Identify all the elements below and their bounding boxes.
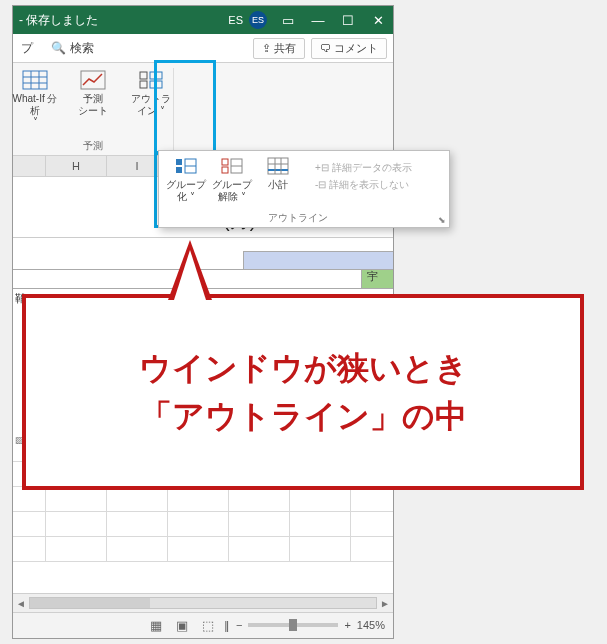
zoom-slider[interactable] (248, 623, 338, 627)
zoom-out-button[interactable]: − (236, 619, 242, 631)
group-label: グループ 化 ˅ (166, 179, 206, 202)
callout-line-2: 「アウトライン」の中 (140, 392, 467, 440)
outline-button[interactable]: アウトラ イン ˅ (123, 67, 179, 128)
statusbar: ◄ ► ▦ ▣ ⬚ ‖ − + 145% (13, 593, 393, 638)
saved-indicator: - 保存しました (19, 12, 98, 29)
user-avatar[interactable]: ES (249, 11, 267, 29)
col-edge[interactable] (13, 156, 46, 176)
what-if-label: What-If 分析 ˅ (9, 93, 61, 128)
what-if-analysis-button[interactable]: What-If 分析 ˅ (7, 67, 63, 128)
minimize-icon[interactable]: — (303, 13, 333, 28)
highlighted-cells-blue (243, 251, 393, 271)
svg-rect-10 (176, 159, 182, 165)
callout-line-1: ウインドウが狭いとき (139, 344, 468, 392)
forecast-sheet-icon (79, 69, 107, 91)
svg-rect-7 (140, 81, 147, 88)
zoom-level[interactable]: 145% (357, 619, 385, 631)
what-if-icon (21, 69, 49, 91)
outline-panel-label: アウトライン (159, 211, 437, 225)
svg-rect-8 (150, 72, 162, 79)
dialog-launcher-icon[interactable]: ⬊ (438, 215, 446, 225)
subtotal-icon (265, 155, 291, 177)
group-icon (173, 155, 199, 177)
search-label[interactable]: 検索 (70, 40, 94, 57)
ribbon-tabs: プ 🔍 検索 ⇪ 共有 🗨 コメント (13, 34, 393, 63)
ribbon-display-icon[interactable]: ▭ (273, 13, 303, 28)
status-separator: ‖ (224, 619, 230, 632)
ungroup-label: グループ 解除 ˅ (212, 179, 252, 202)
svg-rect-6 (140, 72, 147, 79)
subtotal-label: 小計 (268, 179, 288, 191)
share-button[interactable]: ⇪ 共有 (253, 38, 305, 59)
horizontal-scrollbar[interactable]: ◄ ► (13, 594, 393, 613)
col-h[interactable]: H (46, 156, 107, 176)
outline-icon (137, 69, 165, 91)
outline-dropdown-panel: グループ 化 ˅ グループ 解除 ˅ 小計 +⊟ 詳細データの表示 -⊟ 詳細を… (158, 150, 450, 228)
maximize-icon[interactable]: ☐ (333, 13, 363, 28)
show-detail-option: +⊟ 詳細データの表示 (315, 159, 443, 176)
forecast-group-label: 予測 (13, 139, 173, 153)
svg-rect-9 (150, 81, 162, 88)
svg-rect-14 (222, 159, 228, 165)
forecast-sheet-label: 予測 シート (78, 93, 108, 116)
svg-rect-0 (23, 71, 47, 89)
user-initials: ES (228, 14, 243, 26)
forecast-sheet-button[interactable]: 予測 シート (65, 67, 121, 128)
svg-rect-18 (268, 158, 288, 174)
ribbon-tab-fragment[interactable]: プ (13, 40, 41, 57)
cell-text: 宇 (367, 269, 378, 284)
search-icon[interactable]: 🔍 (51, 41, 66, 55)
scroll-left-icon[interactable]: ◄ (13, 598, 29, 609)
ungroup-icon (219, 155, 245, 177)
scroll-right-icon[interactable]: ► (377, 598, 393, 609)
svg-rect-15 (222, 167, 228, 173)
scroll-thumb[interactable] (30, 598, 150, 608)
annotation-callout: ウインドウが狭いとき 「アウトライン」の中 (22, 294, 584, 490)
outline-label: アウトラ イン ˅ (131, 93, 171, 116)
page-layout-view-icon[interactable]: ▣ (172, 618, 192, 633)
ribbon-content: What-If 分析 ˅ 予測 シート アウトラ イン ˅ 予測 (13, 63, 393, 156)
hide-detail-option: -⊟ 詳細を表示しない (315, 176, 443, 193)
svg-rect-11 (176, 167, 182, 173)
zoom-in-button[interactable]: + (344, 619, 350, 631)
normal-view-icon[interactable]: ▦ (146, 618, 166, 633)
page-break-view-icon[interactable]: ⬚ (198, 618, 218, 633)
close-icon[interactable]: ✕ (363, 13, 393, 28)
titlebar: - 保存しました ES ES ▭ — ☐ ✕ (13, 6, 393, 34)
comment-button[interactable]: 🗨 コメント (311, 38, 387, 59)
